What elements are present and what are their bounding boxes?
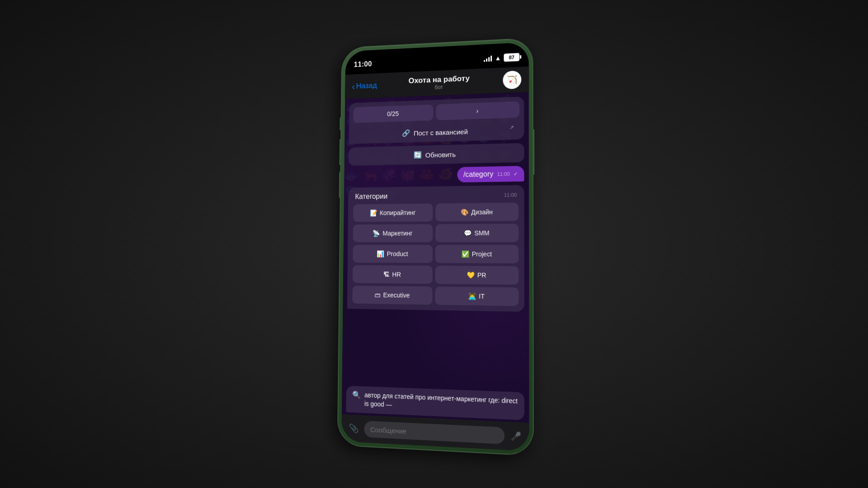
pagination-text: 0/25 [387,110,399,117]
cat-icon-marketing: 📡 [373,230,380,237]
update-button[interactable]: 🔄 Обновить [349,143,524,166]
cat-icon-executive: 🗃 [374,291,381,299]
cat-label-design: Дизайн [471,208,493,216]
cat-btn-copywriting[interactable]: 📝 Копирайтинг [353,203,433,222]
external-link-icon: ↗ [509,124,514,131]
avatar[interactable]: 🏹 [503,70,521,89]
back-label: Назад [356,81,377,91]
cat-label-hr: HR [392,271,401,278]
cat-label-marketing: Маркетинг [382,230,412,237]
next-arrow: › [476,107,478,114]
pagination-btn[interactable]: 0/25 [353,104,433,123]
cat-label-project: Project [472,250,492,258]
wifi-icon: ▲ [495,54,501,62]
post-vacancy-button[interactable]: 🔗 Пост с вакансией ↗ [353,120,519,144]
user-message-time: 11:00 [497,171,509,177]
cat-label-product: Product [387,250,408,258]
categories-message: Категории 11:00 📝 Копирайтинг 🎨 [347,185,524,312]
chat-subtitle: бот [434,84,443,90]
categories-grid: 📝 Копирайтинг 🎨 Дизайн 📡 Маркетинг [352,202,519,306]
categories-header: Категории 11:00 [354,191,519,201]
dynamic-island [409,51,462,69]
preview-icon: 🔍 [352,390,361,399]
cat-label-pr: PR [477,272,486,279]
cat-icon-project: ✅ [461,250,469,258]
user-message: /category 11:00 ✓ [457,166,524,183]
message-input[interactable]: Сообщение [364,421,505,444]
cat-btn-it[interactable]: 👨‍💻 IT [435,286,519,306]
input-placeholder: Сообщение [370,425,406,435]
post-label: Пост с вакансией [414,127,468,136]
cat-icon-product: 📊 [377,250,384,258]
cat-btn-design[interactable]: 🎨 Дизайн [435,202,519,221]
message-checkmark: ✓ [514,171,518,177]
post-icon: 🔗 [402,129,410,137]
scene: 11:00 ▲ 87 ‹ [0,0,868,488]
cat-btn-product[interactable]: 📊 Product [353,245,433,263]
cat-icon-hr: 🏗 [383,271,390,278]
status-icons: ▲ 87 [484,53,519,63]
update-label: Обновить [425,150,456,159]
nav-center: Охота на работу бот [409,74,470,92]
battery-indicator: 87 [504,53,519,62]
cat-btn-marketing[interactable]: 📡 Маркетинг [353,224,433,242]
screen: 11:00 ▲ 87 ‹ [341,42,529,451]
cat-icon-copywriting: 📝 [370,209,377,216]
phone-frame: 11:00 ▲ 87 ‹ [338,38,533,455]
screen-bezel: 11:00 ▲ 87 ‹ [341,42,529,451]
categories-time: 11:00 [504,192,517,198]
cat-icon-pr: 💛 [467,272,474,279]
top-inline-buttons: 0/25 › [353,101,519,123]
top-bot-message: 0/25 › 🔗 Пост с вакансией ↗ [349,97,524,144]
cat-btn-executive[interactable]: 🗃 Executive [352,286,432,305]
cat-label-smm: SMM [474,230,489,237]
chat-content: 0/25 › 🔗 Пост с вакансией ↗ [342,92,529,422]
chat-background: 🐟🦐🦑🐙🦀🐠🐡🐟🦈🐬🐳🐋🦭🦑🐙🐚🦀🐡🐟🦐🦑🐙🦀🐠🐡🐟🦈🐬🐳🐋🦭🦑🐙🐚🦀🐡🐟🦐🦑🐙… [341,92,529,451]
cat-btn-smm[interactable]: 💬 SMM [435,224,519,242]
attach-icon[interactable]: 📎 [347,421,361,436]
status-time: 11:00 [354,60,372,69]
preview-text: автор для статей про интернет-маркетинг … [364,391,518,415]
power-button[interactable] [533,129,534,175]
chevron-left-icon: ‹ [352,81,354,91]
back-button[interactable]: ‹ Назад [352,80,377,91]
user-message-text: /category [463,170,493,178]
volume-down-button[interactable] [339,172,341,198]
cat-label-copywriting: Копирайтинг [380,209,415,216]
cat-icon-it: 👨‍💻 [468,292,476,300]
cat-btn-project[interactable]: ✅ Project [435,245,519,263]
cat-btn-hr[interactable]: 🏗 HR [353,265,433,284]
mic-icon[interactable]: 🎤 [508,428,523,444]
avatar-emoji: 🏹 [507,75,517,85]
cat-label-executive: Executive [383,291,410,299]
user-message-wrapper: /category 11:00 ✓ [349,166,524,184]
volume-up-button[interactable] [339,139,341,165]
categories-title: Категории [355,192,387,201]
update-icon: 🔄 [413,151,422,159]
cat-btn-pr[interactable]: 💛 PR [435,266,519,285]
cat-label-it: IT [479,293,485,300]
next-btn[interactable]: › [436,101,519,120]
signal-icon [484,55,492,62]
cat-icon-design: 🎨 [461,209,468,216]
mute-button[interactable] [340,117,341,131]
cat-icon-smm: 💬 [464,230,472,237]
